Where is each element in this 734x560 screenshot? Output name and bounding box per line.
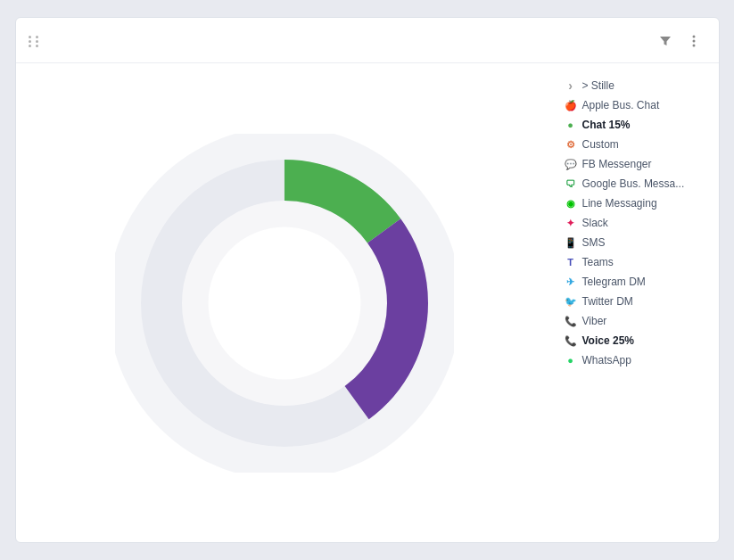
legend-icon-chat: ● bbox=[565, 119, 577, 131]
filter-button[interactable] bbox=[655, 30, 676, 52]
legend-label-apple: Apple Bus. Chat bbox=[582, 99, 660, 111]
card-content: › > Stille 🍎 Apple Bus. Chat ● Chat 15% … bbox=[16, 63, 719, 542]
legend-label-viber: Viber bbox=[582, 315, 607, 327]
legend-item-viber[interactable]: 📞 Viber bbox=[561, 313, 708, 329]
legend-label-chat: Chat 15% bbox=[582, 119, 631, 131]
legend-icon-apple: 🍎 bbox=[565, 99, 577, 111]
legend-icon-whatsapp: ● bbox=[565, 354, 577, 366]
legend-item-whatsapp[interactable]: ● WhatsApp bbox=[561, 352, 708, 368]
legend-item-twitter[interactable]: 🐦 Twitter DM bbox=[561, 293, 708, 309]
legend-label-slack: Slack bbox=[582, 217, 608, 229]
legend-item-telegram[interactable]: ✈ Telegram DM bbox=[561, 274, 708, 290]
legend-icon-voice: 📞 bbox=[565, 334, 577, 347]
legend-icon-slack: ✦ bbox=[565, 217, 577, 229]
legend-icon-teams: T bbox=[565, 256, 577, 268]
legend-icon-telegram: ✈ bbox=[565, 276, 577, 288]
header-actions bbox=[655, 30, 705, 52]
legend-label-twitter: Twitter DM bbox=[582, 295, 633, 308]
legend-icon-viber: 📞 bbox=[565, 315, 577, 327]
svg-point-4 bbox=[188, 207, 381, 399]
legend-area: › > Stille 🍎 Apple Bus. Chat ● Chat 15% … bbox=[554, 63, 719, 542]
legend-label-line: Line Messaging bbox=[582, 197, 657, 210]
svg-point-2 bbox=[692, 45, 695, 47]
filter-icon bbox=[658, 34, 672, 48]
legend-item-stille[interactable]: › > Stille bbox=[561, 78, 708, 94]
legend-label-teams: Teams bbox=[582, 256, 614, 268]
legend-item-chat[interactable]: ● Chat 15% bbox=[561, 117, 708, 133]
legend-label-telegram: Telegram DM bbox=[582, 276, 646, 288]
legend-item-sms[interactable]: 📱 SMS bbox=[561, 235, 708, 251]
legend-icon-custom: ⚙ bbox=[565, 138, 577, 151]
donut-chart bbox=[115, 134, 454, 473]
legend-item-slack[interactable]: ✦ Slack bbox=[561, 215, 708, 231]
legend-item-line[interactable]: ◉ Line Messaging bbox=[561, 195, 708, 211]
legend-item-google[interactable]: 🗨 Google Bus. Messa... bbox=[561, 176, 708, 192]
silence-percentage-card: › > Stille 🍎 Apple Bus. Chat ● Chat 15% … bbox=[15, 17, 720, 543]
legend-icon-google: 🗨 bbox=[565, 177, 577, 190]
legend-label-sms: SMS bbox=[582, 236, 606, 249]
legend-icon-line: ◉ bbox=[565, 197, 577, 210]
more-button[interactable] bbox=[683, 30, 705, 52]
legend-item-teams[interactable]: T Teams bbox=[561, 254, 708, 270]
svg-point-1 bbox=[692, 40, 695, 43]
header-left bbox=[29, 36, 50, 47]
svg-point-0 bbox=[692, 36, 695, 38]
drag-handle-icon bbox=[29, 36, 41, 47]
legend-label-voice: Voice 25% bbox=[582, 334, 634, 347]
legend-label-google: Google Bus. Messa... bbox=[582, 177, 685, 190]
chart-area bbox=[16, 63, 554, 542]
legend-item-fb[interactable]: 💬 FB Messenger bbox=[561, 156, 708, 172]
legend-item-apple[interactable]: 🍎 Apple Bus. Chat bbox=[561, 97, 708, 113]
legend-item-custom[interactable]: ⚙ Custom bbox=[561, 136, 708, 152]
more-icon bbox=[687, 34, 701, 48]
legend-icon-fb: 💬 bbox=[565, 158, 577, 170]
legend-label-custom: Custom bbox=[582, 138, 619, 151]
legend-label-whatsapp: WhatsApp bbox=[582, 354, 631, 366]
legend-icon-sms: 📱 bbox=[565, 236, 577, 249]
card-header bbox=[16, 18, 719, 63]
legend-item-voice[interactable]: 📞 Voice 25% bbox=[561, 333, 708, 349]
legend-icon-stille: › bbox=[565, 79, 577, 92]
legend-icon-twitter: 🐦 bbox=[565, 295, 577, 308]
legend-label-stille: > Stille bbox=[582, 79, 614, 92]
legend-label-fb: FB Messenger bbox=[582, 158, 652, 170]
